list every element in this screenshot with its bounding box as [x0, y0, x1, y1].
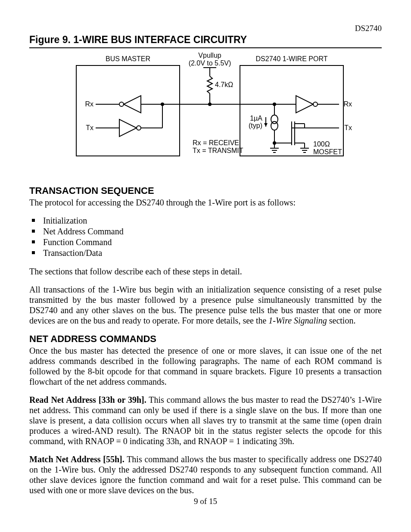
- page-number: 9 of 15: [0, 497, 411, 506]
- para-head: Read Net Address [33h or 39h].: [29, 395, 146, 404]
- section-transaction-sequence: TRANSACTION SEQUENCE: [29, 185, 382, 196]
- svg-point-19: [271, 121, 278, 130]
- tx-left-buffer-icon: [119, 119, 137, 137]
- rx-right-buffer-icon: [296, 96, 313, 113]
- transaction-intro: The protocol for accessing the DS2740 th…: [29, 197, 382, 208]
- list-item: Transaction/Data: [29, 248, 382, 258]
- legend-tx: Tx = TRANSMIT: [193, 147, 243, 154]
- net-address-intro: Once the bus master has detected the pre…: [29, 345, 382, 387]
- text-span: section.: [327, 316, 356, 325]
- label-ibias-2: (typ): [249, 122, 262, 129]
- transaction-para: All transactions of the 1-Wire bus begin…: [29, 284, 382, 326]
- label-vpullup-1: Vpullup: [198, 53, 221, 59]
- list-item: Initialization: [29, 215, 382, 226]
- label-1wire-port: DS2740 1-WIRE PORT: [256, 55, 328, 62]
- bus-master-box: [76, 65, 180, 156]
- match-net-address-para: Match Net Address [55h]. This command al…: [29, 454, 382, 495]
- pullup-resistor: [207, 76, 212, 93]
- label-bus-master: BUS MASTER: [106, 55, 150, 62]
- figure-title: Figure 9. 1-WIRE BUS INTERFACE CIRCUITRY: [29, 34, 382, 48]
- rx-left-buffer-icon: [124, 96, 141, 113]
- label-rx-right: Rx: [343, 100, 352, 108]
- label-mosfet-r: 100Ω: [313, 140, 330, 148]
- label-vpullup-2: (2.0V to 5.5V): [189, 59, 231, 67]
- legend-rx: Rx = RECEIVE: [193, 139, 239, 146]
- label-tx-right: Tx: [344, 124, 352, 131]
- transaction-steps-list: Initialization Net Address Command Funct…: [29, 215, 382, 258]
- transaction-after: The sections that follow describe each o…: [29, 266, 382, 277]
- label-tx-left: Tx: [86, 124, 93, 131]
- list-item: Net Address Command: [29, 226, 382, 237]
- label-pullup-value: 4.7kΩ: [215, 81, 233, 88]
- list-item: Function Command: [29, 237, 382, 248]
- label-rx-left: Rx: [85, 100, 93, 108]
- part-number-header: DS2740: [29, 24, 382, 33]
- circuit-diagram: BUS MASTER Vpullup (2.0V to 5.5V) DS2740…: [50, 53, 361, 173]
- section-net-address-commands: NET ADDRESS COMMANDS: [29, 333, 382, 345]
- figure-9: BUS MASTER Vpullup (2.0V to 5.5V) DS2740…: [29, 53, 382, 173]
- para-head: Match Net Address [55h].: [29, 454, 125, 464]
- read-net-address-para: Read Net Address [33h or 39h]. This comm…: [29, 395, 382, 446]
- label-ibias-1: 1µA: [250, 115, 262, 122]
- page: DS2740 Figure 9. 1-WIRE BUS INTERFACE CI…: [0, 0, 411, 532]
- label-mosfet: MOSFET: [313, 148, 342, 156]
- svg-marker-22: [264, 123, 268, 127]
- text-italic: 1-Wire Signaling: [268, 316, 327, 325]
